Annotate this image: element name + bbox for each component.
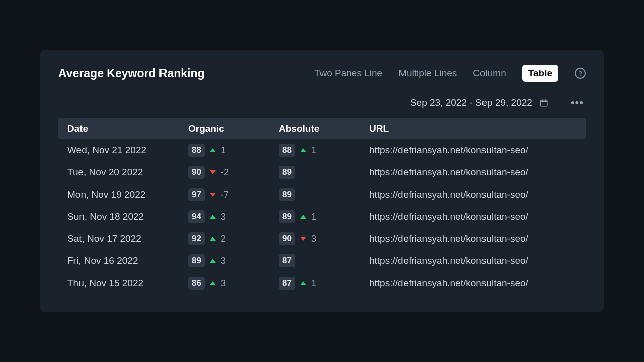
- trend-up-icon: [210, 215, 216, 219]
- organic-value: 97: [188, 188, 205, 201]
- absolute-cell: 87: [279, 254, 369, 267]
- organic-cell: 943: [188, 210, 279, 223]
- organic-cell: 90-2: [188, 166, 279, 179]
- tab-multiple-lines[interactable]: Multiple Lines: [398, 68, 457, 79]
- table-row: Sun, Nov 18 2022943891https://defriansya…: [58, 206, 586, 228]
- absolute-delta: 1: [311, 212, 316, 222]
- organic-cell: 893: [188, 254, 279, 267]
- trend-up-icon: [210, 259, 216, 263]
- date-cell: Wed, Nov 21 2022: [67, 145, 188, 156]
- ranking-table: Date Organic Absolute URL Wed, Nov 21 20…: [58, 118, 586, 294]
- absolute-cell: 891: [279, 210, 369, 223]
- absolute-value: 87: [279, 254, 295, 267]
- organic-cell: 922: [188, 232, 279, 245]
- organic-delta: 3: [221, 278, 226, 289]
- tab-two-panes-line[interactable]: Two Panes Line: [314, 68, 382, 79]
- url-cell[interactable]: https://defriansyah.net/konsultan-seo/: [369, 211, 577, 222]
- trend-up-icon: [300, 281, 306, 285]
- url-cell[interactable]: https://defriansyah.net/konsultan-seo/: [369, 255, 577, 266]
- trend-down-icon: [210, 170, 216, 174]
- trend-up-icon: [210, 148, 216, 152]
- trend-up-icon: [300, 148, 306, 152]
- table-row: Sat, Nov 17 2022922903https://defriansya…: [58, 228, 586, 250]
- ranking-panel: Average Keyword Ranking Two Panes Line M…: [40, 50, 604, 312]
- date-cell: Sun, Nov 18 2022: [67, 211, 188, 222]
- url-cell[interactable]: https://defriansyah.net/konsultan-seo/: [369, 167, 577, 178]
- url-cell[interactable]: https://defriansyah.net/konsultan-seo/: [369, 278, 577, 289]
- table-row: Thu, Nov 15 2022863871https://defriansya…: [58, 272, 586, 294]
- absolute-cell: 89: [279, 166, 369, 179]
- organic-delta: -2: [221, 167, 229, 178]
- absolute-cell: 89: [279, 188, 369, 201]
- organic-delta: 3: [221, 256, 226, 266]
- table-row: Wed, Nov 21 2022881881https://defriansya…: [58, 139, 586, 161]
- absolute-value: 89: [279, 210, 295, 223]
- date-cell: Tue, Nov 20 2022: [67, 167, 188, 178]
- date-cell: Sat, Nov 17 2022: [67, 233, 188, 244]
- view-tabs: Two Panes Line Multiple Lines Column Tab…: [314, 65, 586, 82]
- organic-cell: 863: [188, 277, 279, 290]
- absolute-value: 89: [279, 166, 295, 179]
- url-cell[interactable]: https://defriansyah.net/konsultan-seo/: [369, 189, 577, 200]
- tab-column[interactable]: Column: [473, 68, 506, 79]
- table-row: Mon, Nov 19 202297-789https://defriansya…: [58, 184, 586, 206]
- organic-delta: 2: [221, 234, 226, 244]
- date-cell: Mon, Nov 19 2022: [67, 189, 188, 200]
- panel-title: Average Keyword Ranking: [58, 67, 205, 80]
- panel-header: Average Keyword Ranking Two Panes Line M…: [58, 65, 586, 82]
- panel-subheader: Sep 23, 2022 - Sep 29, 2022 •••: [58, 96, 586, 109]
- col-organic: Organic: [188, 123, 279, 134]
- date-cell: Fri, Nov 16 2022: [67, 255, 188, 266]
- organic-delta: 3: [221, 212, 226, 222]
- svg-rect-0: [540, 100, 547, 106]
- trend-up-icon: [300, 215, 306, 219]
- organic-delta: -7: [221, 190, 229, 200]
- table-header: Date Organic Absolute URL: [58, 118, 586, 139]
- trend-down-icon: [210, 193, 216, 197]
- col-absolute: Absolute: [279, 123, 369, 134]
- tab-table[interactable]: Table: [522, 65, 558, 82]
- organic-value: 89: [188, 254, 205, 267]
- absolute-cell: 903: [279, 232, 369, 245]
- absolute-delta: 1: [311, 145, 316, 156]
- organic-cell: 97-7: [188, 188, 279, 201]
- trend-down-icon: [300, 237, 306, 241]
- absolute-value: 90: [279, 232, 295, 245]
- trend-up-icon: [210, 281, 216, 285]
- more-icon[interactable]: •••: [569, 96, 586, 109]
- help-icon[interactable]: ?: [575, 68, 586, 79]
- organic-value: 92: [188, 232, 205, 245]
- col-date: Date: [67, 123, 188, 134]
- absolute-delta: 1: [311, 278, 316, 289]
- absolute-cell: 871: [279, 277, 369, 290]
- organic-delta: 1: [221, 145, 226, 156]
- organic-value: 94: [188, 210, 205, 223]
- url-cell[interactable]: https://defriansyah.net/konsultan-seo/: [369, 233, 577, 244]
- absolute-delta: 3: [311, 234, 316, 244]
- absolute-cell: 881: [279, 144, 369, 157]
- url-cell[interactable]: https://defriansyah.net/konsultan-seo/: [369, 145, 577, 156]
- organic-value: 90: [188, 166, 205, 179]
- table-row: Tue, Nov 20 202290-289https://defriansya…: [58, 161, 586, 184]
- table-body: Wed, Nov 21 2022881881https://defriansya…: [58, 139, 586, 294]
- organic-value: 86: [188, 277, 205, 290]
- col-url: URL: [369, 123, 577, 134]
- absolute-value: 89: [279, 188, 295, 201]
- trend-up-icon: [210, 237, 216, 241]
- absolute-value: 87: [279, 277, 295, 290]
- organic-cell: 881: [188, 144, 279, 157]
- table-row: Fri, Nov 16 202289387https://defriansyah…: [58, 250, 586, 272]
- date-cell: Thu, Nov 15 2022: [67, 278, 188, 289]
- calendar-icon[interactable]: [539, 98, 548, 107]
- absolute-value: 88: [279, 144, 295, 157]
- organic-value: 88: [188, 144, 205, 157]
- date-range-label: Sep 23, 2022 - Sep 29, 2022: [410, 97, 532, 108]
